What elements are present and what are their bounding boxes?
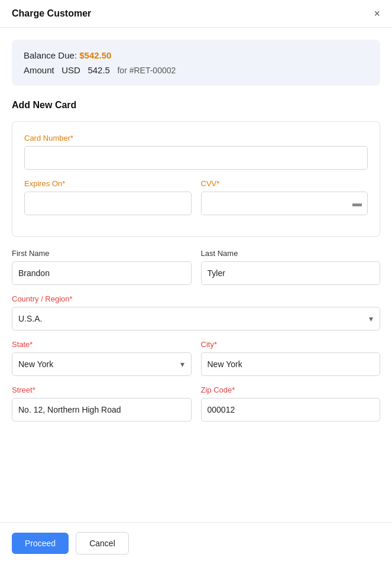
card-number-label: Card Number* <box>24 134 368 142</box>
add-card-title: Add New Card <box>12 100 380 111</box>
amount-row: Amount USD 542.5 for #RET-00002 <box>24 65 368 75</box>
balance-card: Balance Due: $542.50 Amount USD 542.5 fo… <box>12 40 380 86</box>
country-label: Country / Region* <box>12 294 380 303</box>
cancel-button[interactable]: Cancel <box>76 532 129 555</box>
amount-label: Amount <box>24 65 54 75</box>
card-number-field: Card Number* <box>24 134 368 170</box>
modal-header: Charge Customer × <box>0 0 392 28</box>
country-field: Country / Region* U.S.A. ▾ <box>12 294 380 330</box>
charge-customer-modal: Charge Customer × Balance Due: $542.50 A… <box>0 0 392 564</box>
amount-ref: for #RET-00002 <box>117 66 176 75</box>
amount-value: 542.5 <box>88 65 110 75</box>
city-field: City* <box>201 340 381 376</box>
cvv-field: CVV* ▬ <box>201 179 368 215</box>
name-row: First Name Last Name <box>12 249 380 285</box>
expires-field: Expires On* <box>24 179 192 215</box>
last-name-input[interactable] <box>201 261 381 285</box>
balance-due-row: Balance Due: $542.50 <box>24 50 368 60</box>
state-label: State* <box>12 340 192 349</box>
zip-input[interactable] <box>201 398 381 422</box>
last-name-label: Last Name <box>201 249 381 258</box>
city-label: City* <box>201 340 381 349</box>
first-name-input[interactable] <box>12 261 192 285</box>
cvv-label: CVV* <box>201 179 368 188</box>
street-zip-row: Street* Zip Code* <box>12 385 380 422</box>
zip-label: Zip Code* <box>201 385 381 394</box>
state-select[interactable]: New York <box>12 352 192 376</box>
state-city-row: State* New York ▾ City* <box>12 340 380 376</box>
state-select-wrapper: New York ▾ <box>12 352 192 376</box>
first-name-field: First Name <box>12 249 192 285</box>
country-select[interactable]: U.S.A. <box>12 307 380 330</box>
city-input[interactable] <box>201 352 381 376</box>
card-icon: ▬ <box>352 198 362 209</box>
zip-field: Zip Code* <box>201 385 381 422</box>
street-input[interactable] <box>12 398 192 422</box>
street-field: Street* <box>12 385 192 422</box>
card-number-input[interactable] <box>24 146 368 170</box>
amount-currency: USD <box>61 65 80 75</box>
expires-input[interactable] <box>24 192 192 215</box>
country-select-wrapper: U.S.A. ▾ <box>12 307 380 330</box>
close-icon[interactable]: × <box>374 8 380 19</box>
state-field: State* New York ▾ <box>12 340 192 376</box>
expires-cvv-row: Expires On* CVV* ▬ <box>24 179 368 215</box>
modal-body: Balance Due: $542.50 Amount USD 542.5 fo… <box>0 28 392 522</box>
balance-amount: $542.50 <box>79 50 111 60</box>
first-name-label: First Name <box>12 249 192 258</box>
balance-due-label: Balance Due: <box>24 50 77 60</box>
cvv-input[interactable] <box>201 192 368 215</box>
modal-footer: Proceed Cancel <box>0 522 392 564</box>
proceed-button[interactable]: Proceed <box>12 533 69 554</box>
expires-label: Expires On* <box>24 179 192 188</box>
cvv-wrapper: ▬ <box>201 192 368 215</box>
street-label: Street* <box>12 385 192 394</box>
card-form-box: Card Number* Expires On* CVV* ▬ <box>12 121 380 237</box>
last-name-field: Last Name <box>201 249 381 285</box>
modal-title: Charge Customer <box>12 8 91 19</box>
